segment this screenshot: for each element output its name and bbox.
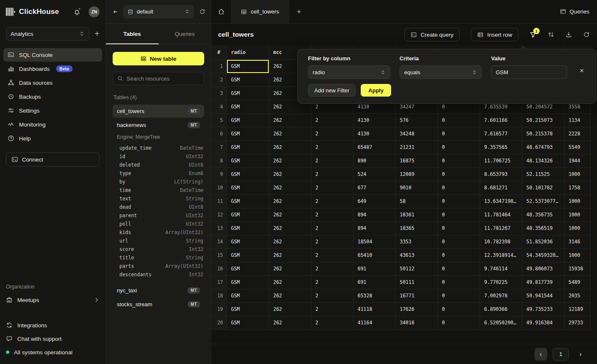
grid-cell[interactable]: 9.770225 <box>480 275 522 289</box>
grid-cell[interactable]: 262 <box>269 154 311 167</box>
notifications-bell-icon[interactable] <box>73 8 81 16</box>
grid-cell[interactable]: 524 <box>353 167 395 181</box>
grid-cell[interactable]: 6.890366 <box>480 302 522 316</box>
grid-cell[interactable]: 2 <box>311 167 353 181</box>
sidebar-item-sql-console[interactable]: SQL Console <box>3 48 102 62</box>
grid-cell[interactable]: 262 <box>269 113 311 127</box>
grid-cell[interactable]: 1134 <box>564 113 590 127</box>
grid-cell[interactable]: 691 <box>353 275 395 289</box>
grid-cell[interactable]: 6.52050200… <box>480 316 522 329</box>
create-query-button[interactable]: Create query <box>404 28 460 41</box>
database-select[interactable]: default <box>123 5 194 19</box>
grid-cell[interactable]: 11.781464 <box>480 208 522 221</box>
grid-cell[interactable]: GSM <box>227 289 269 302</box>
grid-cell[interactable]: 262 <box>269 235 311 248</box>
grid-cell[interactable]: 4130 <box>353 127 395 140</box>
grid-cell[interactable]: 0 <box>438 275 480 289</box>
grid-cell[interactable]: 0 <box>438 302 480 316</box>
filter-criteria-select[interactable]: equals <box>400 65 482 79</box>
grid-cell[interactable]: 2228 <box>564 127 590 140</box>
grid-cell[interactable]: 50.215073 <box>522 113 564 127</box>
grid-cell[interactable]: 12189 <box>564 302 590 316</box>
grid-cell[interactable]: 11.706725 <box>480 154 522 167</box>
grid-cell[interactable]: 49.817739 <box>522 275 564 289</box>
grid-cell[interactable]: 50.941544 <box>522 289 564 302</box>
grid-cell[interactable]: 9.746114 <box>480 262 522 275</box>
filter-button[interactable]: 1 <box>529 31 537 38</box>
grid-cell[interactable]: 576 <box>395 113 438 127</box>
insert-row-button[interactable]: Insert row <box>471 28 519 41</box>
grid-cell[interactable]: 262 <box>269 167 311 181</box>
new-table-button[interactable]: New table <box>113 52 204 65</box>
sidebar-item-data-sources[interactable]: Data sources <box>3 76 102 89</box>
grid-cell[interactable]: 1000 <box>564 194 590 208</box>
next-page-button[interactable]: › <box>574 348 587 361</box>
grid-cell[interactable]: 0 <box>438 248 480 262</box>
add-filter-button[interactable]: Add new Filter <box>308 84 356 97</box>
grid-cell[interactable]: 2 <box>311 154 353 167</box>
grid-cell[interactable]: 2 <box>311 248 353 262</box>
grid-cell[interactable]: GSM <box>227 86 269 100</box>
grid-cell[interactable]: 52.5373077… <box>522 194 564 208</box>
grid-cell[interactable]: 894 <box>353 208 395 221</box>
grid-cell[interactable]: GSM <box>227 59 269 73</box>
grid-cell[interactable]: 0 <box>438 208 480 221</box>
filter-value-input[interactable] <box>491 65 567 79</box>
grid-cell[interactable]: 890 <box>353 154 395 167</box>
grid-cell[interactable]: GSM <box>227 208 269 221</box>
grid-cell[interactable]: 50111 <box>395 275 438 289</box>
grid-cell[interactable]: 0 <box>438 154 480 167</box>
grid-cell[interactable]: 2 <box>311 289 353 302</box>
grid-cell[interactable]: 262 <box>269 316 311 329</box>
tab-queries[interactable]: Queries <box>159 24 211 44</box>
table-item-stocks-stream[interactable]: stocks_streamMT <box>113 298 204 311</box>
grid-cell[interactable]: 43613 <box>395 248 438 262</box>
avatar[interactable]: ZN <box>89 6 100 17</box>
grid-cell[interactable]: 1000 <box>564 208 590 221</box>
grid-cell[interactable]: 17626 <box>395 302 438 316</box>
grid-cell[interactable]: GSM <box>227 100 269 113</box>
grid-cell[interactable]: 18504 <box>353 235 395 248</box>
grid-cell[interactable]: 0 <box>438 235 480 248</box>
grid-cell[interactable]: 48.674793 <box>522 140 564 154</box>
grid-cell[interactable]: 49.806073 <box>522 262 564 275</box>
sidebar-item-meetups[interactable]: Meetups <box>6 293 100 307</box>
refresh-tables-icon[interactable] <box>199 8 205 15</box>
search-input[interactable] <box>127 75 201 82</box>
grid-cell[interactable]: GSM <box>227 248 269 262</box>
grid-cell[interactable]: 12089 <box>395 167 438 181</box>
grid-cell[interactable]: 8.681271 <box>480 181 522 194</box>
grid-cell[interactable]: 0 <box>438 289 480 302</box>
grid-cell[interactable]: 2 <box>311 235 353 248</box>
grid-cell[interactable]: GSM <box>227 154 269 167</box>
grid-cell[interactable]: 1944 <box>564 154 590 167</box>
grid-cell[interactable]: 9010 <box>395 181 438 194</box>
grid-cell[interactable]: 49.735233 <box>522 302 564 316</box>
table-item-cell-towers[interactable]: cell_towersMT <box>113 105 204 118</box>
grid-cell[interactable]: 16771 <box>395 289 438 302</box>
grid-cell[interactable]: 65487 <box>353 140 395 154</box>
grid-cell[interactable]: GSM <box>227 194 269 208</box>
grid-cell[interactable]: GSM <box>227 316 269 329</box>
grid-cell[interactable]: 13.6347198… <box>480 194 522 208</box>
grid-cell[interactable]: 15938 <box>564 262 590 275</box>
grid-cell[interactable]: 10.782398 <box>480 235 522 248</box>
grid-cell[interactable]: 2 <box>311 127 353 140</box>
grid-cell[interactable]: 9.357565 <box>480 140 522 154</box>
grid-cell[interactable]: 649 <box>353 194 395 208</box>
grid-cell[interactable]: 2035 <box>564 289 590 302</box>
grid-cell[interactable]: 4130 <box>353 113 395 127</box>
grid-cell[interactable]: 262 <box>269 140 311 154</box>
grid-cell[interactable]: 262 <box>269 302 311 316</box>
grid-cell[interactable]: GSM <box>227 140 269 154</box>
connect-button[interactable]: Connect <box>6 152 100 167</box>
grid-cell[interactable]: 262 <box>269 221 311 235</box>
grid-cell[interactable]: GSM <box>227 302 269 316</box>
sidebar-item-dashboards[interactable]: DashboardsBeta <box>3 62 102 75</box>
grid-cell[interactable]: 1758 <box>564 181 590 194</box>
grid-cell[interactable]: 34248 <box>395 127 438 140</box>
grid-cell[interactable]: 2 <box>311 113 353 127</box>
footer-item-integrations[interactable]: Integrations <box>6 319 100 331</box>
grid-cell[interactable]: 262 <box>269 289 311 302</box>
grid-cell[interactable]: 1000 <box>564 221 590 235</box>
